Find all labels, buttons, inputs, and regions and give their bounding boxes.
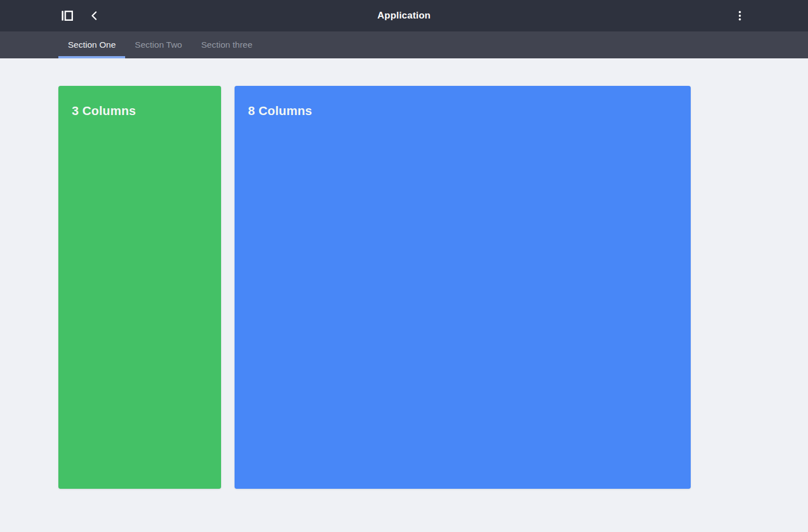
tab-label: Section Two xyxy=(135,40,182,50)
card-3-columns-title: 3 Columns xyxy=(72,104,208,118)
tab-section-three[interactable]: Section three xyxy=(191,31,261,58)
card-3-columns: 3 Columns xyxy=(58,86,221,489)
column-grid: 3 Columns 8 Columns xyxy=(58,86,750,489)
overflow-menu-icon xyxy=(738,11,741,21)
overflow-menu-button[interactable] xyxy=(729,6,750,26)
tab-section-two[interactable]: Section Two xyxy=(125,31,191,58)
app-bar: Application xyxy=(0,0,808,31)
sidebar-panel-icon xyxy=(61,10,74,21)
active-tab-underline xyxy=(58,56,125,58)
content-area: 3 Columns 8 Columns xyxy=(58,58,750,489)
tab-section-one[interactable]: Section One xyxy=(58,31,125,58)
app-title: Application xyxy=(58,10,750,21)
sidebar-toggle-button[interactable] xyxy=(57,6,77,26)
tab-bar: Section One Section Two Section three xyxy=(0,31,808,58)
back-chevron-icon xyxy=(89,11,99,21)
tab-label: Section three xyxy=(201,40,252,50)
card-8-columns: 8 Columns xyxy=(235,86,691,489)
tab-label: Section One xyxy=(68,40,116,50)
back-button[interactable] xyxy=(84,6,104,26)
card-8-columns-title: 8 Columns xyxy=(248,104,677,118)
